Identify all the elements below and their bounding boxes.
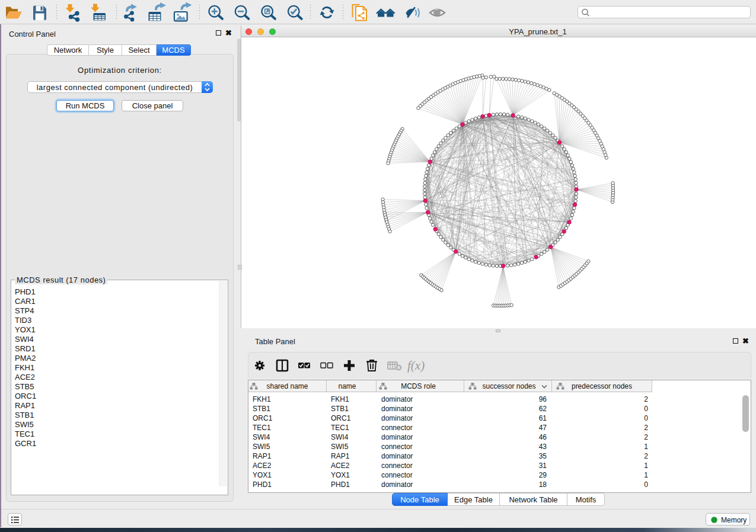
svg-text:f(x): f(x) (407, 358, 425, 373)
